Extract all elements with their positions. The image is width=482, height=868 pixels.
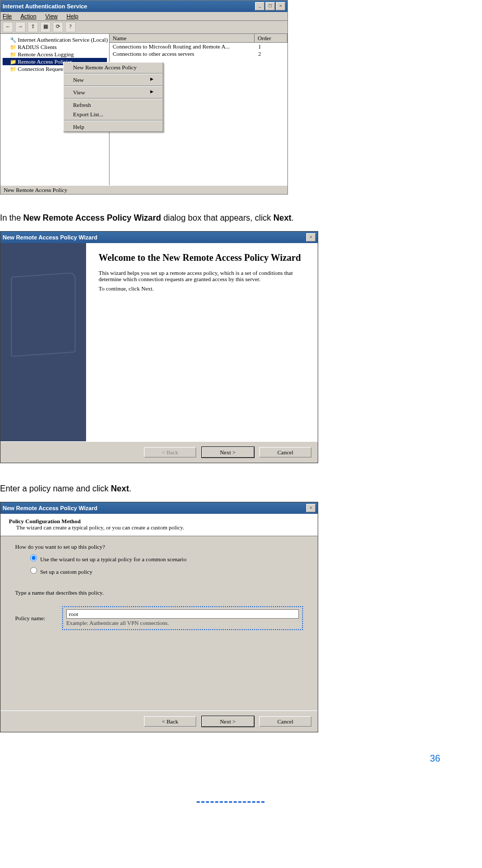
up-icon[interactable]: ⇧ [28,22,38,32]
wizard-policy-config-dialog: New Remote Access Policy Wizard × Policy… [0,502,318,732]
instr-bold: Next [273,213,292,222]
policy-name-input[interactable] [66,609,299,619]
page-number: 36 [0,753,440,764]
back-icon[interactable]: ← [3,22,13,32]
list-row[interactable]: Connections to other access servers 2 [110,50,287,57]
instr-text: Enter a policy name and click [0,484,111,493]
col-name[interactable]: Name [110,34,255,42]
instr-text: . [129,484,131,493]
menu-view[interactable]: View [45,13,58,19]
close-button[interactable]: × [276,2,285,10]
minimize-button[interactable]: _ [255,2,264,10]
menu-bar: File Action View Help [1,12,287,21]
ctx-new-remote-access-policy[interactable]: New Remote Access Policy [64,63,163,72]
wizard2-header: Policy Configuration Method The wizard c… [1,514,318,536]
instr-bold: New Remote Access Policy Wizard [23,213,161,222]
wizard-sidebar-graphic [1,243,86,441]
tree-item-remote-access-logging[interactable]: Remote Access Logging [3,51,107,58]
next-button[interactable]: Next > [202,447,254,457]
instr-text: dialog box that appears, click [161,213,273,222]
ctx-separator [64,86,162,87]
radio-typical-input[interactable] [30,554,37,561]
list-row[interactable]: Connections to Microsoft Routing and Rem… [110,43,287,50]
cell-order: 2 [258,51,284,57]
close-button[interactable]: × [306,233,316,242]
cell-name: Connections to Microsoft Routing and Rem… [113,43,258,50]
ias-titlebar: Internet Authentication Service _ □ × [1,1,287,12]
context-menu: New Remote Access Policy New View Refres… [63,62,163,132]
wizard2-titlebar: New Remote Access Policy Wizard × [1,502,318,514]
col-order[interactable]: Order [255,34,287,42]
radio-label: Use the wizard to set up a typical polic… [40,556,186,562]
policy-name-example: Example: Authenticate all VPN connection… [66,620,299,626]
type-name-label: Type a name that describes this policy. [15,589,303,596]
cell-order: 1 [258,43,284,50]
ctx-help[interactable]: Help [64,122,163,131]
forward-icon[interactable]: → [15,22,26,32]
radio-typical-policy[interactable]: Use the wizard to set up a typical polic… [28,553,303,562]
ctx-new[interactable]: New [64,75,163,85]
instr-bold: Next [111,484,129,493]
ctx-separator [64,73,162,74]
instruction-1: In the New Remote Access Policy Wizard d… [0,213,461,223]
cancel-button[interactable]: Cancel [259,447,311,457]
wizard1-heading: Welcome to the New Remote Access Policy … [99,252,305,263]
instr-text: In the [0,213,23,222]
policy-name-label: Policy name: [15,615,62,621]
wizard2-header-title: Policy Configuration Method [9,518,81,524]
menu-help[interactable]: Help [67,13,79,19]
refresh-icon[interactable]: ⟳ [53,22,63,32]
wizard1-continue-hint: To continue, click Next. [99,285,305,292]
wizard2-button-row: < Back Next > Cancel [1,710,318,732]
ctx-separator [64,120,162,121]
tree-root[interactable]: Internet Authentication Service (Local) [3,36,107,43]
cell-name: Connections to other access servers [113,51,258,57]
list-header: Name Order [110,34,287,43]
status-bar: New Remote Access Policy [1,185,287,194]
wizard2-question: How do you want to set up this policy? [15,544,303,550]
cancel-button[interactable]: Cancel [259,716,311,727]
window-title: Internet Authentication Service [3,3,87,9]
wizard1-description: This wizard helps you set up a remote ac… [99,270,305,282]
ctx-separator [64,98,162,99]
ctx-export-list[interactable]: Export List... [64,110,163,119]
wizard2-header-sub: The wizard can create a typical policy, … [9,524,184,531]
footer-rule [0,795,461,805]
policy-name-highlight: Example: Authenticate all VPN connection… [62,606,303,630]
ctx-view[interactable]: View [64,88,163,97]
wizard1-titlebar: New Remote Access Policy Wizard × [1,232,318,243]
properties-icon[interactable]: ▦ [40,22,51,32]
help-icon[interactable]: ? [65,22,76,32]
radio-label: Set up a custom policy [40,569,92,575]
wizard2-title: New Remote Access Policy Wizard [3,505,98,511]
menu-file[interactable]: File [3,13,12,19]
back-button: < Back [144,447,196,457]
back-button[interactable]: < Back [144,716,196,727]
toolbar: ← → ⇧ ▦ ⟳ ? [1,21,287,34]
instr-text: . [292,213,294,222]
tree-pane[interactable]: Internet Authentication Service (Local) … [1,34,110,185]
wizard1-title: New Remote Access Policy Wizard [3,234,98,240]
ias-console-window: Internet Authentication Service _ □ × Fi… [0,0,288,195]
tree-item-radius-clients[interactable]: RADIUS Clients [3,43,107,51]
next-button[interactable]: Next > [202,716,254,727]
menu-action[interactable]: Action [20,13,37,19]
wizard-welcome-dialog: New Remote Access Policy Wizard × Welcom… [0,231,318,463]
radio-custom-policy[interactable]: Set up a custom policy [28,565,303,575]
wizard1-button-row: < Back Next > Cancel [1,441,318,463]
instruction-2: Enter a policy name and click Next. [0,484,461,493]
ctx-refresh[interactable]: Refresh [64,100,163,110]
radio-custom-input[interactable] [30,567,37,574]
close-button[interactable]: × [306,504,316,512]
maximize-button[interactable]: □ [266,2,275,10]
